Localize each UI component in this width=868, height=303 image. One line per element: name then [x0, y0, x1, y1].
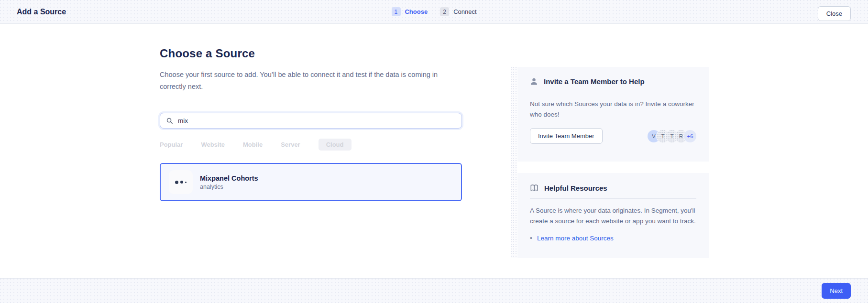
resources-card-body: A Source is where your data originates. … — [530, 206, 696, 227]
tab-cloud[interactable]: Cloud — [319, 139, 352, 151]
helpful-resources-card: Helpful Resources A Source is where your… — [517, 173, 709, 258]
source-result-mixpanel-cohorts[interactable]: Mixpanel Cohorts analytics — [160, 163, 462, 201]
resources-card-header: Helpful Resources — [530, 184, 696, 199]
page-description: Choose your first source to add. You’ll … — [160, 69, 447, 93]
help-sidebar: Invite a Team Member to Help Not sure wh… — [517, 67, 709, 258]
person-icon — [530, 77, 538, 86]
avatar-overflow-badge: +6 — [684, 130, 696, 142]
invite-card-body: Not sure which Sources your data is in? … — [530, 99, 696, 120]
step-choose-number: 1 — [391, 7, 400, 16]
invite-action-row: Invite Team Member V T T R +6 — [530, 128, 696, 144]
page-title: Choose a Source — [160, 47, 462, 60]
mixpanel-logo-icon — [169, 170, 193, 194]
content-area: Choose a Source Choose your first source… — [0, 24, 868, 278]
invite-team-card: Invite a Team Member to Help Not sure wh… — [517, 67, 709, 162]
tab-mobile[interactable]: Mobile — [243, 141, 263, 148]
invite-card-title: Invite a Team Member to Help — [544, 77, 645, 86]
wizard-stepper: 1 Choose 2 Connect — [391, 0, 476, 23]
window-title: Add a Source — [17, 8, 66, 16]
team-avatar-stack: V T T R +6 — [648, 130, 696, 142]
add-source-page: Add a Source 1 Choose 2 Connect Close Ch… — [0, 0, 868, 303]
resource-links: • Learn more about Sources — [530, 234, 696, 242]
tab-server[interactable]: Server — [281, 141, 300, 148]
top-bar: Add a Source 1 Choose 2 Connect Close — [0, 0, 868, 24]
resource-list-item: • Learn more about Sources — [530, 234, 696, 242]
source-name: Mixpanel Cohorts — [200, 174, 258, 182]
next-button[interactable]: Next — [822, 283, 851, 299]
source-search-box[interactable] — [160, 113, 462, 129]
source-category: analytics — [200, 184, 258, 190]
bottom-bar: Next — [0, 278, 868, 303]
main-column: Choose a Source Choose your first source… — [160, 24, 462, 201]
invite-card-header: Invite a Team Member to Help — [530, 77, 696, 92]
search-icon — [166, 117, 173, 124]
close-button[interactable]: Close — [818, 6, 851, 21]
step-choose[interactable]: 1 Choose — [391, 7, 428, 16]
learn-more-sources-link[interactable]: Learn more about Sources — [537, 235, 614, 242]
tab-website[interactable]: Website — [201, 141, 225, 148]
filter-tabs: Popular Website Mobile Server Cloud — [160, 139, 462, 150]
step-connect[interactable]: 2 Connect — [440, 7, 476, 16]
step-connect-number: 2 — [440, 7, 449, 16]
search-input[interactable] — [178, 117, 456, 124]
bullet-icon: • — [530, 234, 532, 242]
step-connect-label: Connect — [453, 8, 476, 15]
dotted-divider-strip — [511, 67, 517, 258]
resources-card-title: Helpful Resources — [544, 184, 607, 192]
step-choose-label: Choose — [405, 8, 428, 15]
invite-team-member-button[interactable]: Invite Team Member — [530, 128, 603, 144]
book-icon — [530, 184, 538, 192]
source-text: Mixpanel Cohorts analytics — [200, 174, 258, 190]
tab-popular[interactable]: Popular — [160, 141, 183, 148]
